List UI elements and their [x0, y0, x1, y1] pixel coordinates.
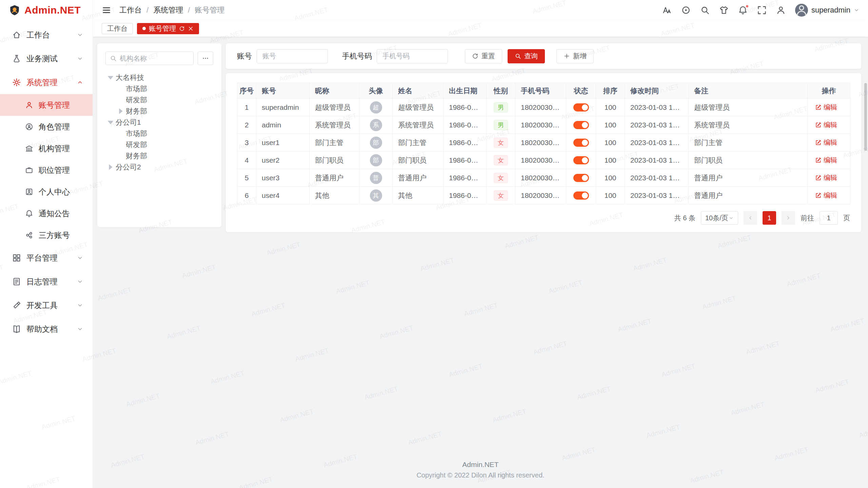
- tree-node[interactable]: 市场部: [105, 83, 213, 94]
- tree-node-label: 分公司2: [116, 162, 141, 172]
- page-size-select[interactable]: 10条/页: [701, 211, 738, 225]
- close-icon[interactable]: [188, 26, 194, 32]
- tree-node[interactable]: 市场部: [105, 128, 213, 139]
- cell-gender: 女: [487, 151, 515, 169]
- tree-node-label: 分公司1: [116, 118, 141, 127]
- edit-button[interactable]: 编辑: [815, 191, 837, 200]
- user-menu[interactable]: superadmin: [795, 4, 859, 17]
- sidebar-subitem-profile[interactable]: 个人中心: [0, 181, 93, 203]
- tree-caret-icon[interactable]: [105, 73, 116, 83]
- cell-index: 5: [237, 169, 256, 187]
- search-button[interactable]: 查询: [508, 49, 545, 63]
- theme-icon[interactable]: [719, 5, 729, 15]
- goto-label: 前往: [801, 214, 814, 223]
- org-search-input[interactable]: [120, 55, 189, 62]
- tree-node-label: 大名科技: [116, 73, 144, 82]
- more-options-button[interactable]: [198, 52, 213, 65]
- sidebar-subitem-user[interactable]: 账号管理: [0, 94, 93, 116]
- page-number-button[interactable]: 1: [763, 211, 776, 225]
- refresh-icon[interactable]: [179, 26, 185, 32]
- tree-node[interactable]: 研发部: [105, 94, 213, 105]
- tree-caret-icon[interactable]: [105, 117, 116, 127]
- cell-avatar: 系: [359, 116, 393, 134]
- edit-button[interactable]: 编辑: [815, 103, 837, 112]
- tree-caret-icon[interactable]: [105, 162, 116, 172]
- account-filter-input[interactable]: [257, 49, 328, 63]
- sidebar-subitem-third[interactable]: 三方账号: [0, 224, 93, 246]
- fullscreen-icon[interactable]: [757, 5, 767, 15]
- column-header: 备注: [689, 83, 808, 99]
- edit-button[interactable]: 编辑: [815, 156, 837, 165]
- table-row: 5user3普通用户普普通用户1986-06-28女18020030720100…: [237, 169, 850, 187]
- search-icon[interactable]: [700, 5, 710, 15]
- column-header: 序号: [237, 83, 256, 99]
- hamburger-menu-icon[interactable]: [102, 5, 111, 15]
- tab-account-management[interactable]: 账号管理: [137, 23, 199, 34]
- column-header: 姓名: [393, 83, 443, 99]
- notification-bell-icon[interactable]: [738, 5, 748, 15]
- reset-button[interactable]: 重置: [465, 49, 502, 63]
- user-icon[interactable]: [776, 5, 786, 15]
- phone-filter-input[interactable]: [377, 49, 448, 63]
- status-toggle[interactable]: [573, 103, 589, 111]
- cell-nickname: 系统管理员: [310, 116, 359, 134]
- cell-sort: 100: [596, 134, 625, 151]
- tree-node[interactable]: 分公司2: [105, 161, 213, 172]
- component-size-icon[interactable]: [681, 5, 691, 15]
- tree-node[interactable]: 财务部: [105, 105, 213, 117]
- sidebar-item-log[interactable]: 日志管理: [0, 270, 93, 293]
- breadcrumb-item[interactable]: 工作台: [119, 5, 142, 15]
- sidebar-subitem-position[interactable]: 职位管理: [0, 159, 93, 181]
- column-header: 昵称: [310, 83, 359, 99]
- sidebar: Admin.NET 工作台业务测试系统管理账号管理角色管理机构管理职位管理个人中…: [0, 0, 93, 488]
- sidebar-subitem-label: 个人中心: [39, 187, 70, 197]
- sidebar-item-label: 开发工具: [26, 300, 58, 311]
- tree-node[interactable]: 大名科技: [105, 72, 213, 83]
- column-header: 出生日期: [443, 83, 487, 99]
- tree-node[interactable]: 研发部: [105, 139, 213, 150]
- sidebar-subitem-notice[interactable]: 通知公告: [0, 203, 93, 224]
- status-toggle[interactable]: [573, 121, 589, 129]
- cell-actions: 编辑: [808, 116, 850, 134]
- status-toggle[interactable]: [573, 156, 589, 164]
- position-icon: [25, 166, 33, 174]
- add-button[interactable]: 新增: [556, 49, 594, 63]
- column-header-label: 姓名: [398, 87, 412, 95]
- scrollbar-thumb[interactable]: [864, 83, 867, 151]
- status-toggle[interactable]: [573, 139, 589, 147]
- prev-page-button[interactable]: [744, 211, 757, 225]
- status-toggle[interactable]: [573, 174, 589, 182]
- sidebar-item-test[interactable]: 业务测试: [0, 47, 93, 70]
- sidebar-item-gear[interactable]: 系统管理: [0, 70, 93, 94]
- goto-page-input[interactable]: [820, 211, 838, 225]
- next-page-button[interactable]: [782, 211, 795, 225]
- font-size-icon[interactable]: [662, 5, 672, 15]
- edit-button-label: 编辑: [824, 156, 837, 165]
- sidebar-item-home[interactable]: 工作台: [0, 23, 93, 47]
- column-header-label: 序号: [240, 87, 254, 95]
- logo-text: Admin.NET: [24, 4, 81, 16]
- sidebar-item-platform[interactable]: 平台管理: [0, 246, 93, 270]
- tree-node-label: 财务部: [126, 106, 147, 116]
- edit-button[interactable]: 编辑: [815, 138, 837, 147]
- edit-button[interactable]: 编辑: [815, 173, 837, 182]
- tab-workbench[interactable]: 工作台: [102, 23, 133, 34]
- sidebar-item-help[interactable]: 帮助文档: [0, 317, 93, 341]
- app-logo[interactable]: Admin.NET: [0, 0, 93, 20]
- cell-remark: 部门主管: [689, 134, 808, 151]
- breadcrumb-item[interactable]: 系统管理: [153, 5, 183, 15]
- cell-sort: 100: [596, 151, 625, 169]
- tree-node[interactable]: 财务部: [105, 150, 213, 161]
- sidebar-subitem-role[interactable]: 角色管理: [0, 116, 93, 138]
- sidebar-subitem-org[interactable]: 机构管理: [0, 138, 93, 159]
- tab-label: 账号管理: [149, 24, 176, 33]
- tree-caret-icon[interactable]: [116, 106, 126, 116]
- tree-node[interactable]: 分公司1: [105, 117, 213, 128]
- org-search-field[interactable]: [105, 52, 194, 65]
- sidebar-item-devtools[interactable]: 开发工具: [0, 293, 93, 317]
- chevron-down-icon: [77, 32, 83, 38]
- chevron-down-icon: [77, 326, 83, 332]
- cell-birthday: 1986-06-28: [443, 116, 487, 134]
- edit-button[interactable]: 编辑: [815, 120, 837, 129]
- status-toggle[interactable]: [573, 191, 589, 200]
